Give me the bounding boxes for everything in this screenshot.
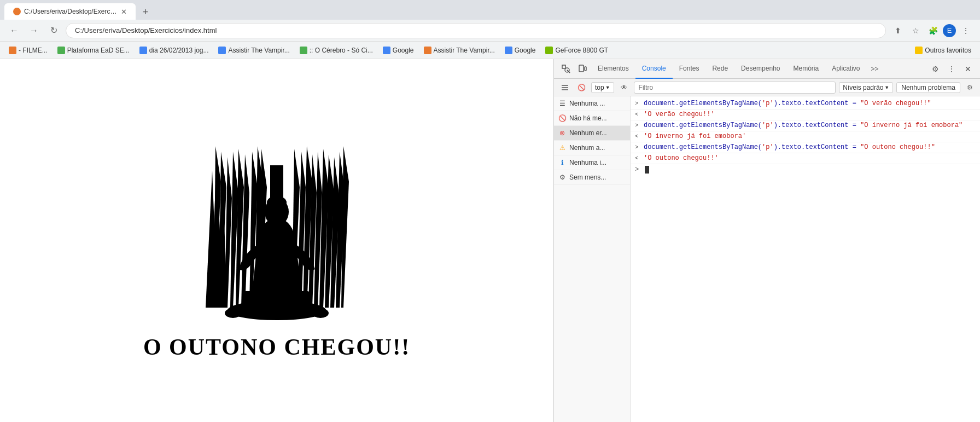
back-button[interactable]: ← [7,23,22,38]
bookmark-ead[interactable]: Plataforma EaD SE... [53,45,134,56]
console-eye-icon[interactable]: 👁 [617,81,631,94]
bookmark-ead-label: Plataforma EaD SE... [67,47,130,54]
svg-rect-28 [275,258,279,291]
console-prompt[interactable]: > [631,164,980,175]
tab-rede[interactable]: Rede [705,59,734,79]
extensions-icon[interactable]: 🧩 [925,23,941,38]
sidebar-nao-ha[interactable]: 🚫 Não há me... [554,111,630,126]
console-sidebar-toggle[interactable] [558,81,571,94]
arrow-right-3: > [635,122,644,129]
top-selector[interactable]: top ▼ [591,82,614,93]
code-text-3: document.getElementsByTagName('p').texto… [644,122,976,129]
page-title: O OUTONO CHEGOU!! [143,334,410,360]
tab-memoria[interactable]: Memória [787,59,826,79]
code-text-6: 'O outono chegou!!' [644,154,976,162]
bookmark-google2-label: Google [515,47,536,54]
console-line-4: < 'O inverno já foi emobora' [631,131,980,142]
throne-image [173,122,381,329]
console-line-6: < 'O outono chegou!!' [631,153,980,164]
address-bar-row: ← → ↻ ⬆ ☆ 🧩 E ⋮ [0,20,980,42]
forward-button[interactable]: → [26,23,42,38]
bookmark-vampir2-icon [424,47,431,54]
tab-bar: C:/Users/eriva/Desktop/Exercicios/index.… [0,0,980,20]
tab-close-icon[interactable]: ✕ [121,8,127,16]
sidebar-nenhuma[interactable]: ☰ Nenhuma ... [554,96,630,111]
console-line-2: < 'O verão chegou!!' [631,109,980,120]
bookmark-dia-label: dia 26/02/2013 jog... [149,47,209,54]
svg-point-27 [267,196,287,209]
reload-button[interactable]: ↻ [46,23,61,38]
prompt-arrow: > [635,166,644,174]
no-issues-button[interactable]: Nenhum problema [896,82,960,93]
tab-elementos[interactable]: Elementos [591,59,635,79]
devtools-inspect-button[interactable] [558,61,574,77]
console-line-1: > document.getElementsByTagName('p').tex… [631,99,980,109]
console-clear-button[interactable]: 🚫 [575,81,588,94]
bookmark-filme[interactable]: - FILME... [4,45,52,56]
console-line-3: > document.getElementsByTagName('p').tex… [631,120,980,131]
bookmark-google1-label: Google [393,47,414,54]
sidebar-sem-mens[interactable]: ⚙ Sem mens... [554,170,630,185]
svg-rect-29 [267,257,287,262]
bookmark-vampir2[interactable]: Assistir The Vampir... [419,45,499,56]
share-icon[interactable]: ⬆ [890,23,906,38]
console-filter-input[interactable] [634,82,836,94]
browser-frame: C:/Users/eriva/Desktop/Exercicios/index.… [0,0,980,422]
tab-more-button[interactable]: >> [867,63,883,75]
tab-aplicativo[interactable]: Aplicativo [825,59,866,79]
console-settings-icon[interactable]: ⚙ [964,82,976,94]
bookmark-cerebro-label: :: O Cérebro - Só Ci... [310,47,373,54]
svg-point-32 [295,306,308,315]
sidebar-nenhum-er[interactable]: ⊗ Nenhum er... [554,126,630,141]
devtools-settings-icon[interactable]: ⚙ [928,61,943,77]
bookmark-google2-icon [505,47,512,54]
page-content: O OUTONO CHEGOU!! [0,59,553,422]
svg-point-33 [225,308,241,318]
levels-select[interactable]: Níveis padrão ▼ [839,82,893,93]
bookmark-google1[interactable]: Google [378,45,418,56]
console-main: ☰ Nenhuma ... 🚫 Não há me... ⊗ Nenhum er… [554,96,980,422]
console-output[interactable]: > document.getElementsByTagName('p').tex… [631,96,980,422]
arrow-right-5: > [635,143,644,151]
bookmark-geforce-label: GeForce 8800 GT [555,47,608,54]
warning-icon: ⚠ [558,144,566,152]
devtools-overflow-icon[interactable]: ⋮ [944,61,959,77]
svg-marker-25 [341,146,349,308]
menu-icon[interactable]: ⋮ [958,23,973,38]
user-ban-icon: 🚫 [558,114,566,122]
devtools-close-icon[interactable]: ✕ [960,61,976,77]
new-tab-button[interactable]: + [138,4,153,20]
list-icon: ☰ [558,100,566,107]
code-text-4: 'O inverno já foi emobora' [644,132,976,140]
address-actions: ⬆ ☆ 🧩 E ⋮ [890,23,973,38]
bookmark-filme-label: - FILME... [19,47,48,54]
bookmark-cerebro[interactable]: :: O Cérebro - Só Ci... [295,45,377,56]
tab-title: C:/Users/eriva/Desktop/Exercicios/index.… [24,8,118,15]
browser-tab[interactable]: C:/Users/eriva/Desktop/Exercicios/index.… [4,3,136,20]
bookmark-outros[interactable]: Outros favoritos [911,45,976,56]
page-image-area: O OUTONO CHEGOU!! [143,122,410,360]
tab-fontes[interactable]: Fontes [673,59,706,79]
tab-console[interactable]: Console [635,59,673,79]
code-text-2: 'O verão chegou!!' [644,111,976,118]
arrow-right-1: > [635,100,644,107]
address-input[interactable] [66,23,886,38]
sidebar-nenhuma-i[interactable]: ℹ Nenhuma i... [554,155,630,170]
sidebar-nenhum-a[interactable]: ⚠ Nenhum a... [554,141,630,155]
tab-favicon [13,8,21,15]
devtools-device-button[interactable] [575,61,590,77]
bookmark-geforce[interactable]: GeForce 8800 GT [541,45,612,56]
bookmark-geforce-icon [545,47,553,54]
arrow-left-4: < [635,132,644,140]
bookmark-vampir1-label: Assistir The Vampir... [228,47,289,54]
console-cursor [645,166,649,174]
bookmark-star-icon[interactable]: ☆ [908,23,923,38]
tab-desempenho[interactable]: Desempenho [734,59,786,79]
devtools-right-icons: ⚙ ⋮ ✕ [928,61,976,77]
profile-icon[interactable]: E [943,24,956,37]
bookmark-vampir1[interactable]: Assistir The Vampir... [214,45,294,56]
console-toolbar: 🚫 top ▼ 👁 Níveis padrão ▼ Nenhum problem… [554,79,980,96]
arrow-left-2: < [635,111,644,118]
bookmark-dia[interactable]: dia 26/02/2013 jog... [135,45,213,56]
bookmark-google2[interactable]: Google [500,45,540,56]
